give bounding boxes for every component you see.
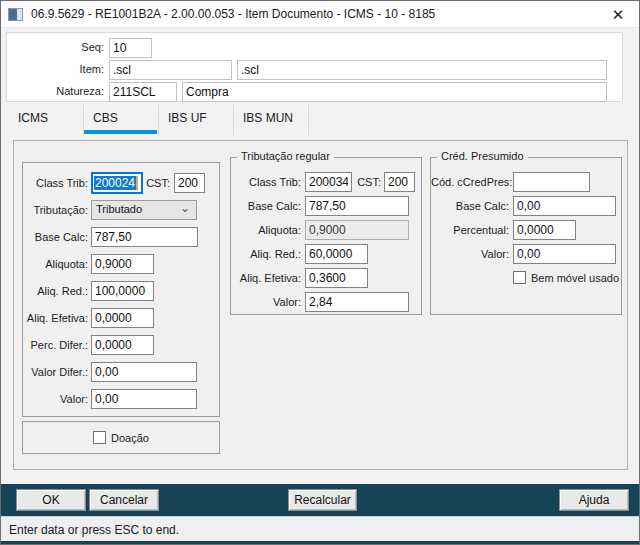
close-icon[interactable]: ✕ (608, 5, 628, 25)
cbs-tab-content: Class Trib: 200024 CST: Tributação: Trib… (13, 140, 628, 470)
ok-button[interactable]: OK (16, 489, 86, 511)
doacao-checkbox-label: Doação (111, 432, 149, 444)
help-button[interactable]: Ajuda (559, 489, 629, 511)
reg-base-calc-input[interactable] (305, 196, 409, 216)
title-bar: 06.9.5629 - RE1001B2A - 2.00.00.053 - It… (1, 1, 639, 28)
cod-ccredpres-input[interactable] (513, 172, 590, 192)
seq-label: Seq: (7, 41, 104, 53)
doacao-group: Doação (22, 421, 220, 454)
natureza-row: Natureza: (7, 82, 622, 102)
reg-aliq-efetiva-input[interactable] (305, 268, 368, 288)
seq-row: Seq: (7, 38, 622, 58)
aliq-efetiva-input[interactable] (91, 308, 154, 328)
cp-base-calc-input[interactable] (513, 196, 616, 216)
item-documento-dialog: 06.9.5629 - RE1001B2A - 2.00.00.053 - It… (0, 0, 640, 545)
tab-strip: ICMS CBS IBS UF IBS MUN (1, 105, 639, 136)
percentual-label: Percentual: (431, 224, 509, 236)
base-calc-label: Base Calc: (23, 231, 88, 243)
cst-input[interactable] (174, 173, 205, 193)
bem-movel-checkbox-row: Bem móvel usado (513, 271, 619, 284)
doacao-checkbox[interactable] (93, 431, 106, 444)
aliquota-input[interactable] (91, 254, 154, 274)
reg-base-calc-label: Base Calc: (231, 200, 301, 212)
cp-valor-input[interactable] (513, 244, 616, 264)
status-bar: Enter data or press ESC to end. (1, 516, 639, 543)
tributacao-label: Tributação: (23, 204, 88, 216)
natureza-code-input[interactable] (109, 82, 177, 102)
item-label: Item: (7, 63, 104, 75)
cst-label: CST: (143, 177, 170, 189)
cp-base-calc-label: Base Calc: (431, 200, 509, 212)
reg-aliquota-input (305, 220, 409, 240)
reg-class-trib-label: Class Trib: (231, 176, 301, 188)
aliq-efetiva-label: Aliq. Efetiva: (23, 312, 88, 324)
tributacao-select[interactable]: Tributado ⌄ (91, 200, 197, 220)
reg-aliq-red-input[interactable] (305, 244, 368, 264)
valor-input[interactable] (91, 389, 197, 409)
tributacao-value: Tributado (96, 203, 142, 215)
header-panel: Seq: Item: Natureza: (6, 32, 623, 102)
cancel-button[interactable]: Cancelar (89, 489, 159, 511)
aliquota-label: Aliquota: (23, 258, 88, 270)
cred-presumido-group: Créd. Presumido Cód. cCredPres: Base Cal… (430, 157, 622, 315)
aliq-red-label: Aliq. Red.: (23, 285, 88, 297)
class-trib-input[interactable]: 200024 (91, 172, 143, 194)
valor-label: Valor: (23, 393, 88, 405)
tab-ibs-uf[interactable]: IBS UF (159, 105, 234, 135)
cred-presumido-title: Créd. Presumido (437, 150, 528, 162)
reg-aliquota-label: Aliquota: (231, 224, 301, 236)
window-title: 06.9.5629 - RE1001B2A - 2.00.00.053 - It… (31, 7, 435, 21)
item-row: Item: (7, 60, 622, 80)
seq-input[interactable] (109, 38, 152, 58)
cbs-main-group: Class Trib: 200024 CST: Tributação: Trib… (22, 162, 220, 417)
window-bottom-edge (1, 541, 639, 544)
tributacao-regular-title: Tributação regular (237, 150, 334, 162)
reg-cst-label: CST: (354, 176, 381, 188)
status-text: Enter data or press ESC to end. (9, 523, 179, 537)
doacao-checkbox-row: Doação (23, 431, 219, 444)
bem-movel-checkbox[interactable] (513, 271, 526, 284)
perc-difer-label: Perc. Difer.: (23, 339, 88, 351)
class-trib-label: Class Trib: (23, 177, 88, 189)
reg-valor-label: Valor: (231, 296, 301, 308)
button-bar: OK Cancelar Recalcular Ajuda (1, 484, 639, 516)
cod-ccredpres-label: Cód. cCredPres: (431, 176, 509, 188)
valor-difer-input[interactable] (91, 362, 197, 382)
bem-movel-checkbox-label: Bem móvel usado (531, 272, 619, 284)
cp-valor-label: Valor: (431, 248, 509, 260)
chevron-down-icon: ⌄ (180, 201, 190, 215)
reg-aliq-red-label: Aliq. Red.: (231, 248, 301, 260)
reg-class-trib-input[interactable] (305, 172, 352, 192)
text-caret (136, 176, 138, 190)
base-calc-input[interactable] (91, 227, 198, 247)
tab-icms[interactable]: ICMS (9, 105, 84, 135)
percentual-input[interactable] (513, 220, 576, 240)
natureza-label: Natureza: (7, 85, 104, 97)
aliq-red-input[interactable] (91, 281, 154, 301)
item-code-input[interactable] (109, 60, 232, 80)
item-desc-input[interactable] (237, 60, 607, 80)
tab-cbs[interactable]: CBS (84, 105, 159, 135)
reg-valor-input[interactable] (305, 292, 409, 312)
tributacao-regular-group: Tributação regular Class Trib: CST: Base… (230, 157, 422, 315)
app-window-icon (8, 8, 23, 21)
reg-cst-input[interactable] (384, 172, 415, 192)
tab-ibs-mun[interactable]: IBS MUN (234, 105, 309, 135)
reg-aliq-efetiva-label: Aliq. Efetiva: (231, 272, 301, 284)
class-trib-selected-text: 200024 (94, 176, 136, 190)
natureza-desc-input[interactable] (182, 82, 607, 102)
perc-difer-input[interactable] (91, 335, 154, 355)
recalculate-button[interactable]: Recalcular (288, 489, 357, 511)
valor-difer-label: Valor Difer.: (23, 366, 88, 378)
